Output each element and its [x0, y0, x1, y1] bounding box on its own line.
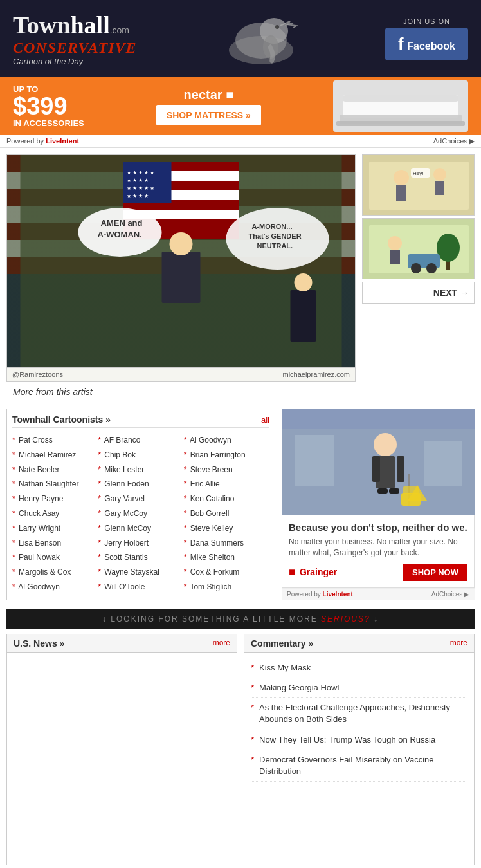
next-button[interactable]: NEXT →	[362, 282, 475, 304]
svg-text:★ ★ ★ ★: ★ ★ ★ ★	[127, 178, 149, 183]
list-item[interactable]: * Henry Payne	[12, 492, 98, 506]
cartoonists-all-link[interactable]: all	[261, 415, 269, 425]
grainger-ad-container: Because you don't stop, neither do we. N…	[282, 409, 475, 600]
svg-point-45	[388, 236, 402, 250]
list-item[interactable]: * Michael Ramirez	[12, 448, 98, 463]
list-item[interactable]: * Pat Cross	[12, 433, 98, 448]
svg-text:A-MORON...: A-MORON...	[252, 223, 293, 230]
list-item[interactable]: * Mike Shelton	[184, 550, 269, 565]
shop-mattress-button[interactable]: SHOP MATTRESS »	[156, 105, 261, 125]
list-item[interactable]: * Bob Gorrell	[184, 506, 269, 521]
commentary-link[interactable]: Making Georgia Howl	[259, 682, 339, 694]
ad-in-accessories: IN ACCESSORIES	[13, 118, 84, 128]
list-item[interactable]: * Brian Farrington	[184, 448, 269, 463]
commentary-panel: Commentary » more * Kiss My Mask * Makin…	[244, 634, 475, 865]
serious-banner: ↓ LOOKING FOR SOMETHING A LITTLE MORE SE…	[6, 609, 475, 629]
bullet-icon: *	[251, 754, 254, 766]
side-cartoon-2[interactable]	[362, 218, 475, 279]
list-item[interactable]: * AF Branco	[98, 433, 183, 448]
powered-by-grainger: Powered by LiveIntent	[287, 591, 353, 598]
list-item[interactable]: * Larry Wright	[12, 521, 98, 536]
list-item[interactable]: * Al Goodwyn	[184, 433, 269, 448]
powered-by-label: Powered by LiveIntent	[6, 137, 79, 145]
list-item[interactable]: * Gary Varvel	[98, 492, 183, 506]
bullet-icon: *	[251, 682, 254, 694]
svg-text:A-WOMAN.: A-WOMAN.	[98, 230, 142, 239]
cartoonists-columns: * Pat Cross * Michael Ramirez * Nate Bee…	[12, 433, 269, 595]
commentary-link[interactable]: Now They Tell Us: Trump Was Tough on Rus…	[259, 734, 435, 746]
list-item[interactable]: * Lisa Benson	[12, 536, 98, 551]
svg-rect-59	[397, 456, 404, 482]
grainger-logo: Grainger	[300, 567, 337, 577]
subtitle-label: Cartoon of the Day	[13, 57, 137, 66]
svg-text:That's GENDER: That's GENDER	[249, 232, 302, 240]
list-item[interactable]: * Ken Catalino	[184, 492, 269, 506]
svg-rect-58	[372, 456, 380, 482]
list-item[interactable]: * Dana Summers	[184, 536, 269, 551]
list-item: * Now They Tell Us: Trump Was Tough on R…	[251, 730, 467, 750]
svg-point-25	[170, 232, 193, 255]
us-news-more[interactable]: more	[213, 638, 230, 649]
list-item[interactable]: * Will O'Toole	[98, 580, 183, 595]
commentary-items: * Kiss My Mask * Making Georgia Howl * A…	[244, 653, 474, 787]
list-item[interactable]: * Chuck Asay	[12, 506, 98, 521]
svg-text:NEUTRAL.: NEUTRAL.	[257, 242, 293, 250]
ad-banner-nectar: UP TO $399 IN ACCESSORIES nectar ■ SHOP …	[0, 77, 481, 135]
grainger-footer: ■ Grainger SHOP NOW	[289, 564, 467, 581]
grainger-shop-button[interactable]: SHOP NOW	[403, 564, 467, 581]
us-news-panel: U.S. News » more	[6, 634, 237, 865]
list-item[interactable]: * Eric Allie	[184, 477, 269, 492]
svg-point-48	[437, 234, 460, 262]
list-item[interactable]: * Gary McCoy	[98, 506, 183, 521]
ad-nectar-brand: nectar ■ SHOP MATTRESS »	[156, 88, 261, 125]
cartoonists-header: Townhall Cartoonists » all	[12, 414, 269, 428]
cartoonists-col-1: * Pat Cross * Michael Ramirez * Nate Bee…	[12, 433, 98, 595]
list-item[interactable]: * Margolis & Cox	[12, 565, 98, 580]
list-item[interactable]: * Cox & Forkum	[184, 565, 269, 580]
join-text: JOIN US ON	[403, 17, 450, 25]
list-item[interactable]: * Glenn McCoy	[98, 521, 183, 536]
svg-point-50	[411, 263, 421, 273]
adchoices-label: AdChoices ▶	[433, 137, 475, 145]
commentary-more[interactable]: more	[450, 638, 467, 649]
svg-text:AMEN and: AMEN and	[101, 218, 143, 228]
svg-text:★ ★ ★ ★ ★: ★ ★ ★ ★ ★	[127, 185, 155, 191]
commentary-link[interactable]: As the Electoral Challenge Approaches, D…	[259, 702, 467, 725]
cartoon-image: ★ ★ ★ ★ ★ ★ ★ ★ ★ ★ ★ ★ ★ ★ ★ ★ ★ ★ AMEN…	[7, 155, 355, 367]
list-item[interactable]: * Nate Beeler	[12, 463, 98, 477]
list-item[interactable]: * Al Goodwyn	[12, 580, 98, 595]
header-banner: Town hall .com CONSERVATIVE Cartoon of t…	[0, 0, 481, 77]
list-item[interactable]: * Chip Bok	[98, 448, 183, 463]
facebook-button[interactable]: f Facebook	[385, 28, 468, 60]
side-cartoon-1[interactable]: Hey!	[362, 154, 475, 216]
list-item[interactable]: * Mike Lester	[98, 463, 183, 477]
list-item[interactable]: * Paul Nowak	[12, 550, 98, 565]
list-item[interactable]: * Wayne Stayskal	[98, 565, 183, 580]
cartoon-twitter-handle: @Ramireztoons	[12, 371, 63, 378]
list-item[interactable]: * Jerry Holbert	[98, 536, 183, 551]
commentary-link[interactable]: Democrat Governors Fail Miserably on Vac…	[259, 754, 467, 777]
cartoonists-col-2: * AF Branco * Chip Bok * Mike Lester * G…	[98, 433, 183, 595]
commentary-header: Commentary » more	[244, 634, 474, 653]
list-item[interactable]: * Glenn Foden	[98, 477, 183, 492]
us-news-header: U.S. News » more	[7, 634, 237, 653]
cartoonists-col-3: * Al Goodwyn * Brian Farrington * Steve …	[184, 433, 269, 595]
grainger-image	[282, 409, 475, 515]
list-item[interactable]: * Scott Stantis	[98, 550, 183, 565]
header-logo: Town hall .com CONSERVATIVE Cartoon of t…	[13, 11, 137, 66]
svg-rect-54	[295, 435, 334, 486]
liveintent-grainger: LiveIntent	[323, 591, 353, 598]
svg-text:★ ★ ★ ★ ★: ★ ★ ★ ★ ★	[127, 170, 155, 176]
list-item[interactable]: * Nathan Slaughter	[12, 477, 98, 492]
ad-footer-grainger: Powered by LiveIntent AdChoices ▶	[282, 588, 475, 600]
commentary-link[interactable]: Kiss My Mask	[259, 662, 311, 674]
facebook-join[interactable]: JOIN US ON f Facebook	[385, 17, 468, 60]
grainger-headline: Because you don't stop, neither do we.	[289, 522, 467, 533]
list-item[interactable]: * Steve Breen	[184, 463, 269, 477]
list-item: * As the Electoral Challenge Approaches,…	[251, 698, 467, 730]
cartoon-website: michaelpramirez.com	[282, 371, 350, 378]
list-item[interactable]: * Tom Stiglich	[184, 580, 269, 595]
list-item[interactable]: * Steve Kelley	[184, 521, 269, 536]
ad-price: $399	[13, 94, 84, 118]
more-from-artist[interactable]: More from this artist	[6, 382, 356, 402]
